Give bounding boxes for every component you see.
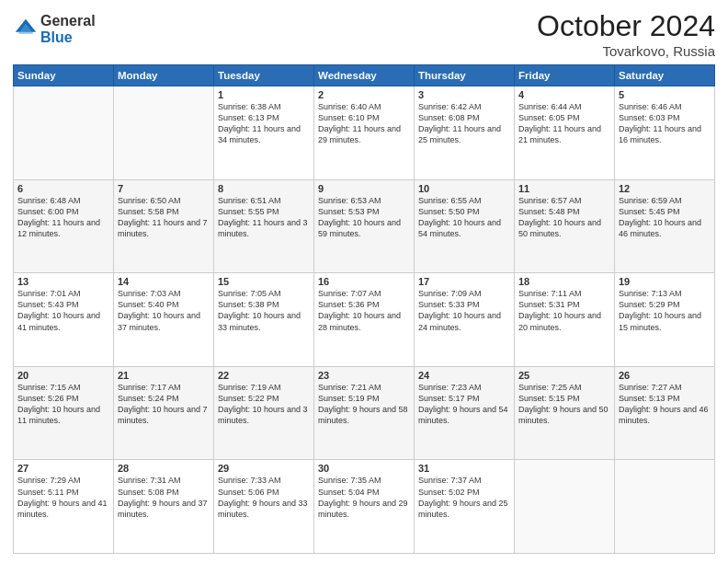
col-thursday: Thursday	[415, 65, 515, 86]
month-title: October 2024	[537, 9, 715, 43]
day-number: 2	[318, 89, 410, 100]
cell-0-3: 2Sunrise: 6:40 AM Sunset: 6:10 PM Daylig…	[314, 86, 415, 180]
cell-1-4: 10Sunrise: 6:55 AM Sunset: 5:50 PM Dayli…	[415, 179, 515, 273]
col-tuesday: Tuesday	[214, 65, 314, 86]
cell-4-2: 29Sunrise: 7:33 AM Sunset: 5:06 PM Dayli…	[214, 460, 314, 554]
day-number: 9	[318, 183, 410, 194]
cell-2-1: 14Sunrise: 7:03 AM Sunset: 5:40 PM Dayli…	[114, 273, 214, 367]
cell-1-6: 12Sunrise: 6:59 AM Sunset: 5:45 PM Dayli…	[615, 179, 715, 273]
day-info: Sunrise: 7:15 AM Sunset: 5:26 PM Dayligh…	[17, 382, 109, 427]
day-info: Sunrise: 7:37 AM Sunset: 5:02 PM Dayligh…	[418, 475, 510, 520]
day-number: 14	[118, 276, 210, 287]
cell-1-5: 11Sunrise: 6:57 AM Sunset: 5:48 PM Dayli…	[515, 179, 615, 273]
day-number: 6	[17, 183, 109, 194]
day-info: Sunrise: 6:48 AM Sunset: 6:00 PM Dayligh…	[17, 195, 109, 240]
day-info: Sunrise: 7:09 AM Sunset: 5:33 PM Dayligh…	[418, 288, 510, 333]
page: General Blue October 2024 Tovarkovo, Rus…	[0, 0, 728, 563]
cell-3-5: 25Sunrise: 7:25 AM Sunset: 5:15 PM Dayli…	[515, 366, 615, 460]
day-number: 20	[17, 370, 109, 381]
day-info: Sunrise: 6:38 AM Sunset: 6:13 PM Dayligh…	[218, 101, 310, 146]
cell-0-1	[114, 86, 214, 180]
day-info: Sunrise: 7:23 AM Sunset: 5:17 PM Dayligh…	[418, 382, 510, 427]
day-info: Sunrise: 7:21 AM Sunset: 5:19 PM Dayligh…	[318, 382, 410, 427]
day-number: 11	[518, 183, 610, 194]
day-info: Sunrise: 6:42 AM Sunset: 6:08 PM Dayligh…	[418, 101, 510, 146]
calendar-table: Sunday Monday Tuesday Wednesday Thursday…	[13, 64, 715, 554]
day-number: 19	[619, 276, 711, 287]
col-sunday: Sunday	[14, 65, 114, 86]
cell-2-0: 13Sunrise: 7:01 AM Sunset: 5:43 PM Dayli…	[14, 273, 114, 367]
day-number: 30	[318, 463, 410, 474]
cell-4-3: 30Sunrise: 7:35 AM Sunset: 5:04 PM Dayli…	[314, 460, 415, 554]
day-number: 28	[118, 463, 210, 474]
day-number: 26	[619, 370, 711, 381]
cell-4-0: 27Sunrise: 7:29 AM Sunset: 5:11 PM Dayli…	[14, 460, 114, 554]
header: General Blue October 2024 Tovarkovo, Rus…	[13, 9, 715, 59]
cell-1-1: 7Sunrise: 6:50 AM Sunset: 5:58 PM Daylig…	[114, 179, 214, 273]
cell-0-4: 3Sunrise: 6:42 AM Sunset: 6:08 PM Daylig…	[415, 86, 515, 180]
header-row: Sunday Monday Tuesday Wednesday Thursday…	[14, 65, 715, 86]
title-block: October 2024 Tovarkovo, Russia	[537, 9, 715, 59]
day-info: Sunrise: 7:17 AM Sunset: 5:24 PM Dayligh…	[118, 382, 210, 427]
col-monday: Monday	[114, 65, 214, 86]
cell-1-0: 6Sunrise: 6:48 AM Sunset: 6:00 PM Daylig…	[14, 179, 114, 273]
day-number: 13	[17, 276, 109, 287]
day-info: Sunrise: 7:25 AM Sunset: 5:15 PM Dayligh…	[518, 382, 610, 427]
week-row-3: 20Sunrise: 7:15 AM Sunset: 5:26 PM Dayli…	[14, 366, 715, 460]
day-info: Sunrise: 7:13 AM Sunset: 5:29 PM Dayligh…	[619, 288, 711, 333]
day-number: 24	[418, 370, 510, 381]
day-info: Sunrise: 7:31 AM Sunset: 5:08 PM Dayligh…	[118, 475, 210, 520]
day-info: Sunrise: 7:19 AM Sunset: 5:22 PM Dayligh…	[218, 382, 310, 427]
week-row-4: 27Sunrise: 7:29 AM Sunset: 5:11 PM Dayli…	[14, 460, 715, 554]
logo-blue: Blue	[40, 29, 96, 46]
week-row-0: 1Sunrise: 6:38 AM Sunset: 6:13 PM Daylig…	[14, 86, 715, 180]
cell-3-0: 20Sunrise: 7:15 AM Sunset: 5:26 PM Dayli…	[14, 366, 114, 460]
day-info: Sunrise: 6:46 AM Sunset: 6:03 PM Dayligh…	[619, 101, 711, 146]
day-info: Sunrise: 7:35 AM Sunset: 5:04 PM Dayligh…	[318, 475, 410, 520]
logo-text: General Blue	[40, 13, 96, 45]
cell-0-5: 4Sunrise: 6:44 AM Sunset: 6:05 PM Daylig…	[515, 86, 615, 180]
cell-2-5: 18Sunrise: 7:11 AM Sunset: 5:31 PM Dayli…	[515, 273, 615, 367]
cell-4-4: 31Sunrise: 7:37 AM Sunset: 5:02 PM Dayli…	[415, 460, 515, 554]
day-info: Sunrise: 7:05 AM Sunset: 5:38 PM Dayligh…	[218, 288, 310, 333]
day-info: Sunrise: 7:11 AM Sunset: 5:31 PM Dayligh…	[518, 288, 610, 333]
day-info: Sunrise: 6:59 AM Sunset: 5:45 PM Dayligh…	[619, 195, 711, 240]
cell-4-6	[615, 460, 715, 554]
location: Tovarkovo, Russia	[537, 43, 715, 59]
day-number: 4	[518, 89, 610, 100]
cell-0-6: 5Sunrise: 6:46 AM Sunset: 6:03 PM Daylig…	[615, 86, 715, 180]
col-wednesday: Wednesday	[314, 65, 415, 86]
day-number: 12	[619, 183, 711, 194]
day-number: 3	[418, 89, 510, 100]
week-row-2: 13Sunrise: 7:01 AM Sunset: 5:43 PM Dayli…	[14, 273, 715, 367]
cell-4-5	[515, 460, 615, 554]
day-number: 17	[418, 276, 510, 287]
cell-2-4: 17Sunrise: 7:09 AM Sunset: 5:33 PM Dayli…	[415, 273, 515, 367]
day-number: 5	[619, 89, 711, 100]
week-row-1: 6Sunrise: 6:48 AM Sunset: 6:00 PM Daylig…	[14, 179, 715, 273]
day-number: 15	[218, 276, 310, 287]
day-info: Sunrise: 6:50 AM Sunset: 5:58 PM Dayligh…	[118, 195, 210, 240]
day-number: 29	[218, 463, 310, 474]
cell-3-1: 21Sunrise: 7:17 AM Sunset: 5:24 PM Dayli…	[114, 366, 214, 460]
cell-0-2: 1Sunrise: 6:38 AM Sunset: 6:13 PM Daylig…	[214, 86, 314, 180]
logo-general: General	[40, 13, 96, 29]
day-number: 27	[17, 463, 109, 474]
day-info: Sunrise: 7:27 AM Sunset: 5:13 PM Dayligh…	[619, 382, 711, 427]
cell-3-6: 26Sunrise: 7:27 AM Sunset: 5:13 PM Dayli…	[615, 366, 715, 460]
day-number: 25	[518, 370, 610, 381]
col-saturday: Saturday	[615, 65, 715, 86]
day-info: Sunrise: 7:29 AM Sunset: 5:11 PM Dayligh…	[17, 475, 109, 520]
day-number: 31	[418, 463, 510, 474]
cell-3-4: 24Sunrise: 7:23 AM Sunset: 5:17 PM Dayli…	[415, 366, 515, 460]
day-info: Sunrise: 7:03 AM Sunset: 5:40 PM Dayligh…	[118, 288, 210, 333]
day-info: Sunrise: 6:40 AM Sunset: 6:10 PM Dayligh…	[318, 101, 410, 146]
day-info: Sunrise: 7:33 AM Sunset: 5:06 PM Dayligh…	[218, 475, 310, 520]
cell-0-0	[14, 86, 114, 180]
cell-2-2: 15Sunrise: 7:05 AM Sunset: 5:38 PM Dayli…	[214, 273, 314, 367]
cell-2-6: 19Sunrise: 7:13 AM Sunset: 5:29 PM Dayli…	[615, 273, 715, 367]
day-info: Sunrise: 6:51 AM Sunset: 5:55 PM Dayligh…	[218, 195, 310, 240]
day-number: 8	[218, 183, 310, 194]
col-friday: Friday	[515, 65, 615, 86]
day-info: Sunrise: 7:07 AM Sunset: 5:36 PM Dayligh…	[318, 288, 410, 333]
